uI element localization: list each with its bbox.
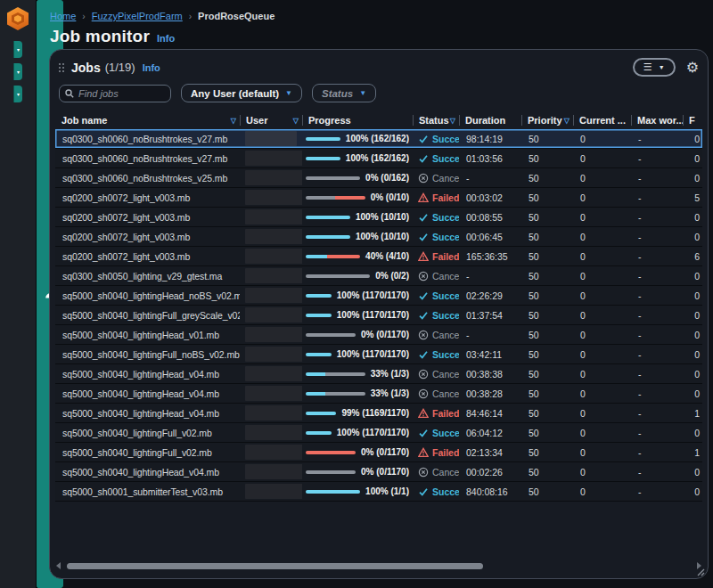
max-workers-cell: - — [631, 168, 683, 188]
column-label: F — [689, 115, 695, 126]
user-cell — [240, 384, 302, 403]
duration-cell: 00:08:55 — [459, 208, 521, 227]
succeeded-check-icon — [418, 232, 429, 242]
job-name: sq0200_sh0072_light_v003.mb — [55, 227, 240, 247]
column-header-user[interactable]: User▽ — [240, 111, 302, 129]
breadcrumb-item[interactable]: Home — [50, 11, 76, 21]
filter-funnel-icon[interactable]: ▽ — [564, 117, 570, 125]
failed-tasks-cell: 0 — [683, 286, 702, 306]
table-row[interactable]: sq0200_sh0072_light_v003.mb100% (10/10)S… — [55, 227, 702, 247]
user-redacted — [245, 170, 302, 185]
deadline-cloud-logo-icon — [7, 7, 29, 30]
table-row[interactable]: sq5000_sh0040_lightingHead_v04.mb99% (11… — [55, 404, 702, 423]
table-row[interactable]: sq5000_sh0040_lightingFull_v02.mb0% (0/1… — [55, 443, 702, 462]
table-row[interactable]: sq5000_sh0040_lightingFull_greyScale_v02… — [55, 306, 702, 325]
user-cell — [240, 482, 302, 501]
column-header-status[interactable]: Status▽ — [413, 111, 459, 129]
status-filter-dropdown[interactable]: Status ▼ — [312, 84, 376, 102]
scrollbar-thumb[interactable] — [67, 563, 483, 569]
sidebar-button-budgets[interactable] — [13, 108, 22, 125]
failed-tasks-cell: 1 — [683, 443, 702, 462]
gear-icon[interactable]: ⚙ — [686, 61, 699, 75]
table-row[interactable]: sq5000_sh0040_lightingHead_v04.mb0% (0/1… — [55, 462, 702, 482]
table-preferences-menu-button[interactable]: ☰ ▼ — [633, 58, 676, 77]
priority-cell: 50 — [521, 404, 573, 423]
table-row[interactable]: sq5000_sh0040_lightingHead_noBS_v02.mb10… — [55, 286, 702, 306]
chevron-down-icon[interactable]: ▾ — [13, 86, 22, 102]
current-workers-cell: 0 — [573, 168, 631, 188]
job-name: sq5000_sh0040_lightingFull_v02.mb — [55, 423, 240, 443]
table-row[interactable]: sq0300_sh0050_lighting_v29_gtest.ma0% (0… — [55, 266, 702, 286]
column-header-current[interactable]: Current ... — [573, 111, 631, 129]
jobs-info-link[interactable]: Info — [143, 62, 160, 73]
progress-text: 0% (0/162) — [365, 168, 409, 188]
progress-text: 100% (1170/1170) — [337, 423, 409, 443]
chevron-down-icon[interactable]: ▾ — [13, 63, 22, 80]
priority-cell: 50 — [521, 129, 573, 149]
scroll-left-arrow[interactable] — [56, 562, 61, 569]
table-row[interactable]: sq5000_sh0001_submitterTest_v03.mb100% (… — [55, 482, 702, 502]
table-row[interactable]: sq0300_sh0060_noBrushtrokes_v25.mb0% (0/… — [55, 168, 702, 188]
table-row[interactable]: sq5000_sh0040_lightingFull_noBS_v02.mb10… — [55, 345, 702, 364]
table-row[interactable]: sq0300_sh0060_noBrushtrokes_v27.mb100% (… — [55, 149, 702, 168]
current-workers-cell: 0 — [573, 482, 631, 502]
current-workers-cell: 0 — [573, 345, 631, 364]
user-redacted — [245, 425, 302, 440]
max-workers-cell: - — [631, 208, 683, 227]
panel-title: Jobs — [71, 61, 101, 75]
main-content: Home›FuzzyPixelProdFarm›ProdRoseQueue Jo… — [37, 0, 713, 588]
column-header-progress[interactable]: Progress — [302, 111, 413, 129]
max-workers-cell: - — [631, 188, 683, 208]
failed-tasks-cell: 0 — [683, 266, 702, 286]
table-row[interactable]: sq0200_sh0072_light_v003.mb100% (10/10)S… — [55, 208, 702, 227]
user-filter-dropdown[interactable]: Any User (default) ▼ — [181, 84, 302, 102]
progress-text: 33% (1/3) — [371, 384, 409, 404]
progress-cell: 33% (1/3) — [302, 364, 413, 384]
chevron-down-icon[interactable]: ▾ — [13, 41, 22, 58]
progress-text: 100% (1/1) — [365, 482, 409, 502]
column-header-priority[interactable]: Priority▽ — [521, 111, 573, 129]
status-label: Canceled — [432, 168, 459, 188]
table-row[interactable]: sq0200_sh0072_light_v003.mb0% (0/10)Fail… — [55, 188, 702, 208]
table-row[interactable]: sq5000_sh0040_lightingHead_v04.mb33% (1/… — [55, 384, 702, 404]
sidebar-button-monitor[interactable]: ▾ — [13, 41, 22, 58]
max-workers-cell: - — [631, 423, 683, 443]
progress-bar — [306, 470, 356, 474]
table-row[interactable]: sq5000_sh0040_lightingFull_v02.mb100% (1… — [55, 423, 702, 443]
resize-handle-icon[interactable] — [695, 567, 705, 576]
status-cell: Succeeded — [413, 306, 459, 325]
duration-cell: - — [459, 325, 521, 345]
scrollbar-track[interactable] — [63, 561, 694, 570]
job-name: sq0300_sh0060_noBrushtrokes_v27.mb — [55, 149, 240, 168]
column-header-job-name[interactable]: Job name▽ — [55, 111, 240, 129]
column-header-duration[interactable]: Duration — [459, 111, 521, 129]
table-row[interactable]: sq0300_sh0060_noBrushtrokes_v27.mb100% (… — [55, 129, 702, 149]
max-workers-cell: - — [631, 149, 683, 168]
user-redacted — [245, 268, 302, 283]
jobs-table: Job name▽User▽ProgressStatus▽DurationPri… — [50, 110, 708, 502]
progress-bar — [306, 157, 340, 160]
table-row[interactable]: sq5000_sh0040_lightingHead_v04.mb33% (1/… — [55, 364, 702, 384]
column-header-max-wor[interactable]: Max wor...▽ — [631, 111, 683, 129]
breadcrumb-item[interactable]: FuzzyPixelProdFarm — [92, 11, 183, 21]
sidebar-button-usage[interactable] — [13, 130, 22, 147]
drag-handle-icon[interactable] — [59, 63, 64, 72]
progress-cell: 0% (0/162) — [302, 168, 413, 188]
table-row[interactable]: sq0200_sh0072_light_v003.mb40% (4/10)Fai… — [55, 247, 702, 266]
sidebar-button-queues[interactable]: ▾ — [13, 86, 22, 102]
table-row[interactable]: sq5000_sh0040_lightingHead_v01.mb0% (0/1… — [55, 325, 702, 345]
column-header-f[interactable]: F — [683, 111, 702, 129]
succeeded-check-icon — [418, 134, 429, 144]
horizontal-scrollbar — [56, 561, 701, 570]
filter-funnel-icon[interactable]: ▽ — [450, 117, 455, 125]
page-info-link[interactable]: Info — [157, 33, 175, 44]
user-redacted — [245, 307, 302, 323]
breadcrumb-item: ProdRoseQueue — [198, 11, 275, 21]
filter-funnel-icon[interactable]: ▽ — [231, 117, 236, 125]
filter-funnel-icon[interactable]: ▽ — [293, 117, 299, 125]
failed-tasks-cell: 0 — [683, 208, 702, 227]
duration-cell: 165:36:35 — [459, 247, 521, 266]
sidebar-button-farms[interactable]: ▾ — [13, 63, 22, 80]
status-label: Failed — [432, 404, 459, 423]
search-input[interactable] — [78, 88, 159, 99]
